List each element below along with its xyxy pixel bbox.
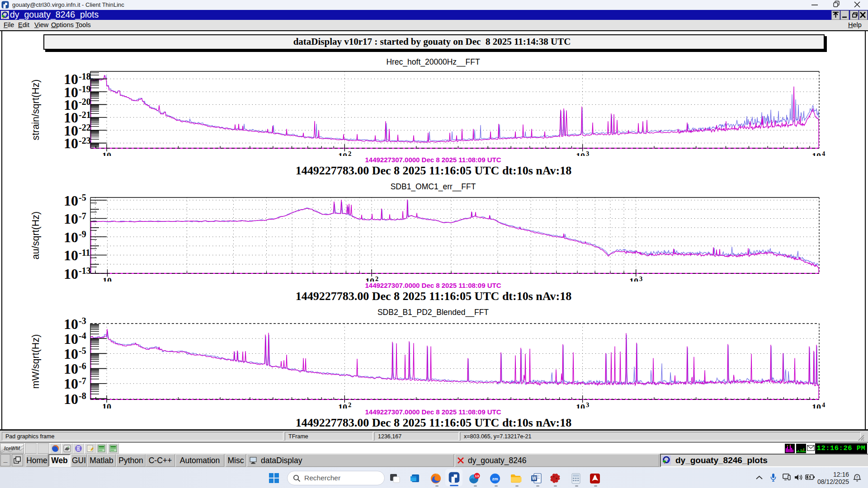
svg-text:1449227307.0000 Dec 8 2025 11:: 1449227307.0000 Dec 8 2025 11:08:09 UTC — [365, 408, 501, 416]
svg-text:10: 10 — [64, 316, 78, 332]
svg-text:2: 2 — [348, 401, 351, 408]
svg-text:10: 10 — [576, 403, 585, 413]
svg-text:10: 10 — [64, 375, 78, 392]
svg-text:10: 10 — [64, 391, 78, 407]
svg-text:10: 10 — [64, 331, 78, 347]
svg-text:10: 10 — [338, 403, 347, 413]
svg-text:-7: -7 — [79, 376, 86, 386]
svg-text:13: 13 — [475, 474, 479, 478]
svg-text:SDB2_B1_PD2_Blended__FFT: SDB2_B1_PD2_Blended__FFT — [377, 308, 489, 317]
svg-text:1449227783.00 Dec 8 2025 11:16: 1449227783.00 Dec 8 2025 11:16:05 UTC dt… — [296, 416, 572, 429]
svg-text:10: 10 — [812, 403, 821, 413]
svg-text:mW/sqrt(Hz): mW/sqrt(Hz) — [30, 334, 41, 389]
svg-text:10: 10 — [64, 361, 78, 377]
svg-text:-4: -4 — [79, 331, 86, 341]
svg-text:10: 10 — [102, 402, 111, 412]
svg-text:4: 4 — [822, 401, 825, 408]
svg-text:-8: -8 — [79, 391, 86, 401]
svg-text:z: z — [856, 475, 858, 478]
svg-text:zm: zm — [492, 476, 498, 481]
svg-text:-3: -3 — [79, 316, 86, 326]
svg-text:-5: -5 — [79, 346, 86, 356]
svg-text:-6: -6 — [79, 361, 86, 371]
svg-text:3: 3 — [586, 401, 589, 408]
svg-text:W: W — [532, 476, 537, 481]
svg-text:10: 10 — [64, 346, 78, 362]
